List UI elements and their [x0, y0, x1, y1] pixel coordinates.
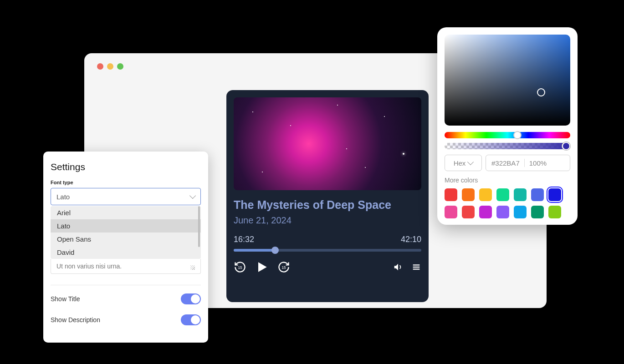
settings-title: Settings — [51, 162, 201, 172]
alpha-slider[interactable] — [445, 143, 570, 149]
episode-title: The Mysteries of Deep Space — [234, 198, 421, 212]
color-swatch[interactable] — [496, 188, 509, 201]
color-swatch[interactable] — [548, 188, 561, 201]
total-time: 42:10 — [401, 235, 421, 244]
hue-slider[interactable] — [445, 132, 570, 138]
toggle-label: Show Description — [51, 316, 100, 324]
media-player: The Mysteries of Deep Space June 21, 202… — [226, 90, 429, 302]
color-swatch[interactable] — [445, 188, 457, 201]
episode-date: June 21, 2024 — [234, 215, 421, 226]
color-swatch[interactable] — [479, 206, 492, 218]
menu-button[interactable] — [411, 262, 421, 272]
minimize-dot[interactable] — [107, 63, 113, 70]
font-option[interactable]: Ariel — [51, 206, 201, 219]
color-swatch[interactable] — [462, 188, 475, 201]
sv-cursor[interactable] — [537, 88, 545, 96]
opacity-value: 100% — [529, 159, 547, 167]
font-select-value: Lato — [56, 193, 70, 201]
svg-text:15: 15 — [238, 266, 242, 270]
font-option[interactable]: Open Sans — [51, 233, 201, 246]
description-textarea[interactable]: Ut non varius nisi urna. — [51, 259, 201, 274]
player-artwork — [234, 97, 421, 190]
format-label: Hex — [454, 159, 466, 167]
forward-15-button[interactable]: 15 — [277, 261, 290, 273]
color-swatch[interactable] — [531, 188, 544, 201]
font-dropdown: Ariel Lato Open Sans David — [51, 206, 201, 259]
color-swatch[interactable] — [496, 206, 509, 218]
swatch-grid — [445, 188, 570, 218]
color-swatch[interactable] — [514, 188, 527, 201]
show-title-toggle[interactable] — [181, 293, 201, 304]
rewind-15-button[interactable]: 15 — [234, 261, 246, 273]
more-colors-label: More colors — [445, 177, 570, 184]
font-option[interactable]: David — [51, 246, 201, 259]
resize-handle-icon[interactable] — [190, 265, 195, 270]
toggle-label: Show Title — [51, 295, 80, 303]
font-type-label: Font type — [51, 180, 201, 185]
color-swatch[interactable] — [548, 206, 561, 218]
svg-marker-3 — [394, 264, 398, 271]
svg-marker-1 — [258, 262, 267, 272]
chevron-down-icon — [189, 192, 196, 199]
progress-bar[interactable] — [234, 249, 421, 252]
progress-thumb[interactable] — [271, 247, 279, 254]
color-swatch[interactable] — [462, 206, 475, 218]
play-button[interactable] — [255, 260, 269, 274]
elapsed-time: 16:32 — [234, 235, 254, 244]
color-swatch[interactable] — [479, 188, 492, 201]
hex-input[interactable]: #322BA7 100% — [486, 155, 570, 171]
close-dot[interactable] — [97, 63, 103, 70]
show-description-toggle[interactable] — [181, 314, 201, 325]
font-option[interactable]: Lato — [51, 219, 201, 233]
color-swatch[interactable] — [514, 206, 527, 218]
color-swatch[interactable] — [445, 206, 457, 218]
maximize-dot[interactable] — [117, 63, 123, 70]
hex-value: #322BA7 — [491, 159, 520, 167]
chevron-down-icon — [467, 159, 474, 165]
scrollbar[interactable] — [198, 206, 200, 247]
settings-panel: Settings Font type Lato Ariel Lato Open … — [43, 152, 208, 343]
textarea-value: Ut non varius nisi urna. — [56, 263, 122, 270]
color-swatch[interactable] — [531, 206, 544, 218]
svg-text:15: 15 — [281, 266, 286, 270]
volume-button[interactable] — [393, 262, 403, 272]
font-select[interactable]: Lato — [51, 188, 201, 205]
saturation-value-area[interactable] — [445, 35, 570, 126]
alpha-thumb[interactable] — [562, 142, 570, 150]
color-picker: Hex #322BA7 100% More colors — [437, 27, 578, 225]
color-format-select[interactable]: Hex — [445, 155, 482, 171]
hue-thumb[interactable] — [513, 131, 522, 139]
divider — [51, 285, 201, 285]
